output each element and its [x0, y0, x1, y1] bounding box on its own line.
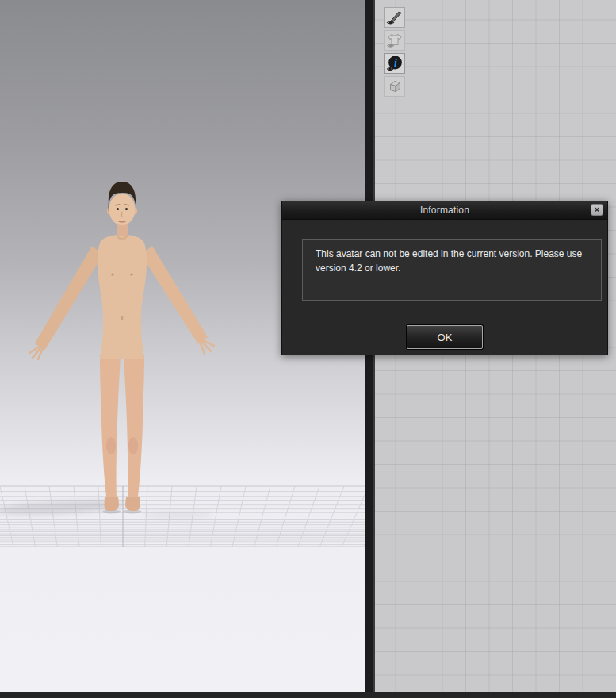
close-icon[interactable]: ×	[591, 204, 603, 216]
clothing-visibility-icon	[386, 32, 404, 49]
paint-visibility-icon	[386, 9, 404, 26]
dialog-title: Information	[420, 205, 469, 216]
toolbar-button-clothing[interactable]	[384, 30, 405, 51]
information-dialog: Information × This avatar can not be edi…	[281, 201, 608, 355]
library-icon	[386, 78, 404, 95]
dialog-titlebar[interactable]: Information ×	[282, 201, 607, 220]
info-visibility-icon: i	[386, 55, 404, 72]
dialog-message-box: This avatar can not be edited in the cur…	[302, 239, 602, 301]
ok-button[interactable]: OK	[407, 325, 483, 349]
side-toolbar: i	[384, 7, 405, 97]
toolbar-button-paint[interactable]	[384, 7, 405, 28]
toolbar-button-info[interactable]: i	[384, 53, 405, 74]
toolbar-button-library[interactable]	[384, 76, 405, 97]
dialog-message-text: This avatar can not be edited in the cur…	[316, 248, 582, 274]
svg-text:i: i	[394, 57, 397, 69]
bottom-bar	[0, 692, 616, 698]
